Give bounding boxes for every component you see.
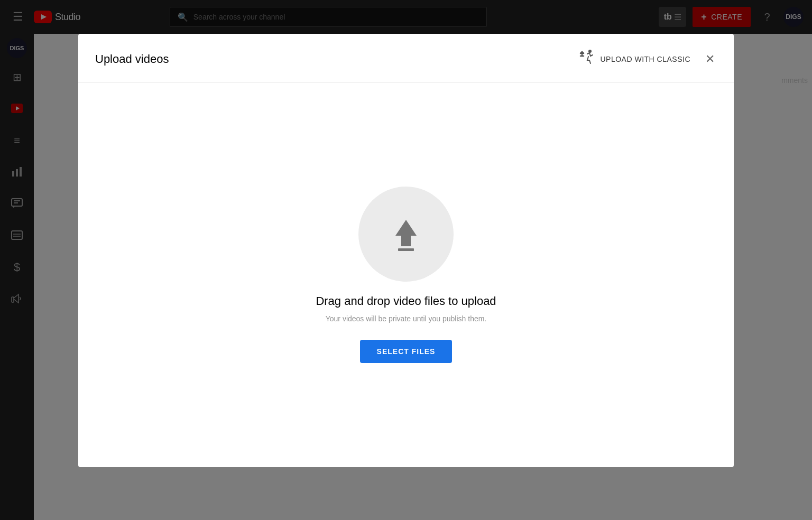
select-files-label: SELECT FILES [377, 347, 436, 356]
svg-rect-18 [398, 248, 414, 251]
private-text: Your videos will be private until you pu… [326, 314, 487, 323]
modal-body: Drag and drop video files to upload Your… [78, 82, 734, 467]
upload-classic-button[interactable]: UPLOAD WITH CLASSIC [574, 47, 695, 71]
classic-upload-icon [578, 49, 595, 69]
svg-marker-17 [395, 220, 417, 246]
select-files-button[interactable]: SELECT FILES [360, 340, 453, 363]
upload-arrow-icon [387, 216, 425, 253]
drag-drop-text: Drag and drop video files to upload [316, 294, 496, 308]
svg-point-15 [588, 50, 592, 53]
modal-overlay: Upload videos UPLOAD WITH CLASSIC [0, 0, 812, 520]
upload-classic-label: UPLOAD WITH CLASSIC [600, 55, 690, 63]
modal-title: Upload videos [95, 52, 169, 66]
close-modal-button[interactable]: ✕ [703, 50, 717, 68]
modal-header: Upload videos UPLOAD WITH CLASSIC [78, 34, 734, 82]
close-icon: ✕ [705, 52, 715, 66]
upload-modal: Upload videos UPLOAD WITH CLASSIC [78, 34, 734, 467]
modal-header-right: UPLOAD WITH CLASSIC ✕ [574, 47, 717, 71]
upload-drop-zone[interactable] [358, 187, 454, 282]
